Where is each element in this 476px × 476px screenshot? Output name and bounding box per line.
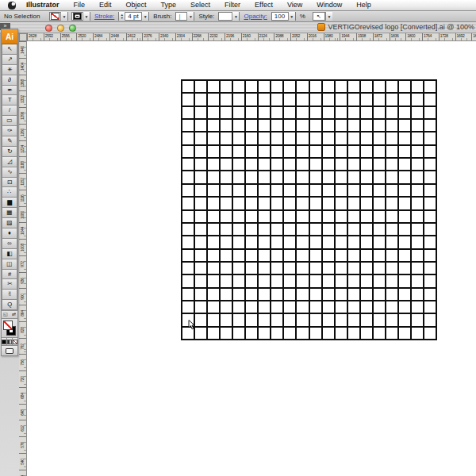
fill-swatch-none[interactable] xyxy=(3,321,13,330)
menu-item-file[interactable]: File xyxy=(67,0,93,10)
grid-cell xyxy=(221,275,232,286)
paintbrush-tool[interactable]: ✑ xyxy=(2,126,17,136)
ruler-tick-label: 2052 xyxy=(292,33,300,38)
stroke-weight-value[interactable]: 4 pt xyxy=(125,13,141,20)
symbol-sprayer-tool[interactable]: ∴ xyxy=(2,187,17,198)
column-graph-tool[interactable]: ▆ xyxy=(2,198,17,208)
grid-cell xyxy=(284,275,295,286)
style-select[interactable]: ▼ xyxy=(218,12,240,21)
blend-tool[interactable]: ∞ xyxy=(2,239,17,249)
warp-tool[interactable]: ∿ xyxy=(2,167,17,178)
magic-wand-tool[interactable]: ✳ xyxy=(2,65,17,75)
free-transform-tool[interactable]: ⊡ xyxy=(2,178,17,188)
document-proxy-icon[interactable] xyxy=(317,23,325,31)
close-button[interactable] xyxy=(45,25,52,32)
grid-cell xyxy=(271,314,282,325)
fill-color-control[interactable]: ▼ xyxy=(49,12,68,21)
chevron-down-icon[interactable]: ▼ xyxy=(232,12,239,21)
direct-selection-tool[interactable]: ↗ xyxy=(2,55,17,65)
lasso-tool-icon: ∂ xyxy=(8,77,11,83)
grid-cell xyxy=(284,328,295,339)
menu-item-type[interactable]: Type xyxy=(154,0,184,10)
gradient-tool[interactable]: ▨ xyxy=(2,218,17,228)
menu-item-edit[interactable]: Edit xyxy=(92,0,119,10)
stroke-link[interactable]: Stroke: xyxy=(94,13,114,20)
type-tool[interactable]: T xyxy=(2,95,17,106)
scale-tool[interactable]: ◿ xyxy=(2,157,17,167)
chevron-down-icon[interactable]: ▼ xyxy=(60,12,67,21)
grid-cell xyxy=(323,224,334,235)
screen-mode-button[interactable] xyxy=(2,345,17,355)
grid-cell xyxy=(271,289,282,300)
horizontal-ruler[interactable]: 2628259225562520248424482412237623402304… xyxy=(27,33,476,41)
grid-cell xyxy=(348,107,359,118)
menu-item-help[interactable]: Help xyxy=(349,0,378,10)
apple-logo-icon[interactable] xyxy=(8,2,16,10)
stroke-black-swatch xyxy=(73,13,82,20)
menu-item-filter[interactable]: Filter xyxy=(217,0,248,10)
stroke-color-control[interactable]: ▼ xyxy=(71,12,90,21)
opacity-field[interactable]: 100 ▼ xyxy=(271,12,296,21)
grid-cell xyxy=(348,236,359,248)
live-paint-selection-tool[interactable]: ◫ xyxy=(2,259,17,270)
stepper-icon[interactable]: ▲▼ xyxy=(119,12,125,21)
grid-artwork[interactable] xyxy=(181,79,437,340)
menu-item-object[interactable]: Object xyxy=(119,0,154,10)
chevron-down-icon[interactable]: ▼ xyxy=(141,12,148,21)
line-segment-tool[interactable]: / xyxy=(2,106,17,116)
menu-item-select[interactable]: Select xyxy=(183,0,217,10)
selection-tool[interactable]: ↖ xyxy=(2,44,17,55)
toolbox-logo[interactable]: Ai xyxy=(2,29,17,44)
zoom-button[interactable] xyxy=(69,25,76,32)
swap-fill-stroke-icon[interactable]: ⇄ xyxy=(12,312,16,317)
ruler-tick-label: 828 xyxy=(20,322,25,338)
scissors-tool[interactable]: ✂ xyxy=(2,279,17,290)
minimize-button[interactable] xyxy=(57,25,64,32)
ruler-tick-label: 684 xyxy=(20,388,25,404)
grid-cell xyxy=(182,263,194,274)
menu-item-app[interactable]: Illustrator xyxy=(19,0,67,10)
opacity-value[interactable]: 100 xyxy=(272,13,288,20)
grid-cell xyxy=(259,211,270,222)
fill-stroke-indicator[interactable] xyxy=(2,318,17,337)
eyedropper-tool[interactable]: ♦ xyxy=(2,228,17,239)
pencil-tool[interactable]: ✎ xyxy=(2,136,17,147)
chevron-down-icon[interactable]: ▼ xyxy=(325,12,332,21)
document-title-bar[interactable]: » VERTIGOrevised logo [Converted].ai @ 1… xyxy=(0,22,476,33)
grid-cell xyxy=(246,328,257,339)
chevron-down-icon[interactable]: ▼ xyxy=(288,12,295,21)
default-fill-stroke-icon[interactable]: ◱ xyxy=(3,312,8,317)
ruler-tick: 1008 xyxy=(19,239,26,255)
ruler-tick-label: 1116 xyxy=(20,190,25,206)
grid-cell xyxy=(323,314,334,325)
chevron-down-icon[interactable]: ▼ xyxy=(186,12,194,21)
rectangle-tool[interactable]: ▭ xyxy=(2,116,17,126)
mesh-tool[interactable]: ▦ xyxy=(2,208,17,218)
gradient-button[interactable] xyxy=(7,338,13,345)
pointer-flyout-button[interactable]: ↖ ▼ xyxy=(313,12,332,21)
ruler-tick-label: 1980 xyxy=(325,33,333,38)
ruler-corner[interactable] xyxy=(19,33,27,41)
grid-cell xyxy=(424,224,436,235)
pen-tool[interactable]: ✒ xyxy=(2,86,17,96)
menu-item-window[interactable]: Window xyxy=(309,0,349,10)
stroke-weight-control[interactable]: ▲▼ 4 pt ▼ xyxy=(118,12,149,21)
lasso-tool[interactable]: ∂ xyxy=(2,75,17,86)
opacity-link[interactable]: Opacity: xyxy=(244,13,267,20)
slice-tool[interactable]: # xyxy=(2,270,17,280)
menu-item-view[interactable]: View xyxy=(280,0,309,10)
grid-cell xyxy=(233,198,244,209)
grid-cell xyxy=(374,236,385,248)
none-button[interactable] xyxy=(13,338,17,345)
hand-tool[interactable]: ✌ xyxy=(2,290,17,300)
menu-item-effect[interactable]: Effect xyxy=(248,0,280,10)
color-button[interactable] xyxy=(2,338,7,345)
default-swatches-row[interactable]: ◱ ⇄ xyxy=(2,310,17,318)
grid-cell xyxy=(424,120,436,131)
chevron-down-icon[interactable]: ▼ xyxy=(83,12,90,21)
brush-select[interactable]: | ▼ xyxy=(175,12,194,21)
rotate-tool[interactable]: ↻ xyxy=(2,147,17,157)
vertical-ruler[interactable]: 1440140413681332129612601224118811521116… xyxy=(19,41,27,476)
zoom-tool[interactable]: Q xyxy=(2,300,17,310)
live-paint-bucket-tool[interactable]: ◧ xyxy=(2,249,17,259)
